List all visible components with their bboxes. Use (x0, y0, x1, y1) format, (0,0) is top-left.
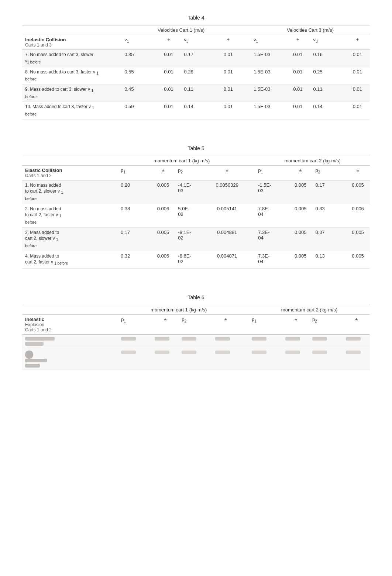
table4-r10-v3b: 0.14 (310, 102, 345, 119)
table5-r1-p2b: 0.17 (313, 180, 346, 204)
table5-r2-p2a: 5.0E-02 (175, 204, 209, 227)
table6-blurred-label1 (22, 334, 118, 348)
table5-r1-p1a: 0.20 (118, 180, 151, 204)
table6-section: Table 6 momentum cart 1 (kg-m/s) momentu… (22, 294, 370, 370)
table5-h-p1b: p1 (255, 165, 289, 180)
table5-r2-pm2a: 0.005141 (209, 204, 245, 227)
table4-r9-v3a: 0.11 (181, 84, 216, 102)
table5-group1-header: momentum cart 1 (kg-m/s) (118, 156, 245, 165)
table5-h-pm2a: ± (209, 165, 245, 180)
table4-r7-pm2a: 0.01 (216, 50, 241, 67)
table4-r9-v1a: 0.45 (121, 84, 156, 102)
table4-r10-v1b: 1.5E-03 (251, 102, 285, 119)
table6-header-line1: Inelastic (25, 317, 115, 322)
table6-blurred-pm4 (343, 334, 370, 348)
table-row: 4. Mass added to cart 2, faster v 1 befo… (22, 251, 370, 268)
table4-row10-label: 10. Mass added to cart 3, faster v 1 bef… (22, 102, 121, 119)
table5-r2-pm1a: 0.006 (151, 204, 175, 227)
table5-r1-pm1b: 0.005 (289, 180, 313, 204)
table4-r8-v3a: 0.28 (181, 67, 216, 84)
table6-h-pm1a: ± (152, 314, 179, 334)
table5-h-pm2b: ± (346, 165, 370, 180)
table4-r7-v3a: 0.17 (181, 50, 216, 67)
table5-r4-pm2a: 0.004871 (209, 251, 245, 268)
table6-blurred-pm2 (212, 334, 239, 348)
table5-header-line2: Carts 1 and 2 (25, 173, 115, 178)
table5-r4-p1a: 0.32 (118, 251, 151, 268)
table5-section: Table 5 momentum cart 1 (kg-m/s) momentu… (22, 145, 370, 269)
table5-r1-pm2a: 0.0050329 (209, 180, 245, 204)
table-row (22, 334, 370, 348)
table4-header-row1: Velocities Cart 1 (m/s) Velocities Cart … (22, 25, 370, 35)
table4-label-header: Inelastic Collision Carts 1 and 3 (22, 35, 121, 50)
table6-header-line3: Carts 1 and 2 (25, 327, 115, 332)
table5-label-header: Elastic Collision Carts 1 and 2 (22, 165, 118, 180)
table6-blurred-v2 (179, 334, 212, 348)
table6-label-header: Inelastic Explosion Carts 1 and 2 (22, 314, 118, 334)
table5-r4-p2b: 0.13 (313, 251, 346, 268)
table6-blurred-v1 (118, 334, 152, 348)
table5-h-p2a: p2 (175, 165, 209, 180)
table5-r3-pm2a: 0.004881 (209, 227, 245, 251)
table4-r7-pm1b: 0.01 (285, 50, 310, 67)
table-row: 8. No mass added to cart 3, faster v 1 b… (22, 67, 370, 84)
table4-r9-v3b: 0.11 (310, 84, 345, 102)
table4-header-row2: Inelastic Collision Carts 1 and 3 v1 ± v… (22, 35, 370, 50)
table5-r4-p1b: 7.3E-04 (255, 251, 289, 268)
table4-r7-v1a: 0.35 (121, 50, 156, 67)
table4-h-v3b: v3 (310, 35, 345, 50)
table4-r7-v3b: 0.16 (310, 50, 345, 67)
table4-r8-pm1b: 0.01 (285, 67, 310, 84)
table5-r1-p1b: -1.5E-03 (255, 180, 289, 204)
table5-r3-pm2b: 0.005 (346, 227, 370, 251)
table4-h-pm2b: ± (345, 35, 370, 50)
table5-h-pm1a: ± (151, 165, 175, 180)
table4-header-line1: Inelastic Collision (25, 37, 118, 42)
table4-r9-pm2a: 0.01 (216, 84, 241, 102)
table5-r2-p1b: 7.8E-04 (255, 204, 289, 227)
table6-h-p1b: p1 (249, 314, 282, 334)
table5-r3-p2a: -8.1E-02 (175, 227, 209, 251)
table5-group2-header: momentum cart 2 (kg-m/s) (255, 156, 370, 165)
table4-h-pm2a: ± (216, 35, 241, 50)
table4-r9-pm1b: 0.01 (285, 84, 310, 102)
table5-r1-pm1a: 0.005 (151, 180, 175, 204)
table4-r10-pm1b: 0.01 (285, 102, 310, 119)
table6-blurred-v4 (309, 334, 343, 348)
table6-blurred-label2 (22, 348, 118, 370)
table5-title: Table 5 (22, 145, 370, 151)
table4-section: Table 4 Velocities Cart 1 (m/s) Velociti… (22, 15, 370, 120)
table5-r2-pm1b: 0.005 (289, 204, 313, 227)
table5-r4-pm1a: 0.006 (151, 251, 175, 268)
table5-row2-label: 2. No mass added to cart 2, faster v 1 b… (22, 204, 118, 227)
table5-header-row1: momentum cart 1 (kg-m/s) momentum cart 2… (22, 156, 370, 165)
table6-blurred-pm3 (282, 334, 309, 348)
table5-header-line1: Elastic Collision (25, 168, 115, 173)
table6-h-p2a: p2 (179, 314, 212, 334)
table4: Velocities Cart 1 (m/s) Velocities Cart … (22, 25, 370, 120)
table5-corner (22, 156, 118, 165)
divider1 (22, 134, 370, 145)
table5-r3-p1b: 7.3E-04 (255, 227, 289, 251)
table6-h-pm1b: ± (282, 314, 309, 334)
table5-r3-p2b: 0.07 (313, 227, 346, 251)
table4-header-line2: Carts 1 and 3 (25, 42, 118, 48)
table4-title: Table 4 (22, 15, 370, 21)
table4-r10-pm2b: 0.01 (345, 102, 370, 119)
table4-r10-pm1a: 0.01 (156, 102, 181, 119)
table5-row3-label: 3. Mass added to cart 2, slower v 1 befo… (22, 227, 118, 251)
table-row: 1. No mass added to cart 2, slower v 1 b… (22, 180, 370, 204)
table4-corner (22, 25, 121, 35)
table5: momentum cart 1 (kg-m/s) momentum cart 2… (22, 156, 370, 269)
table6-blurred-v3 (249, 334, 282, 348)
table6: momentum cart 1 (kg-m/s) momentum cart 2… (22, 305, 370, 370)
table-row: 9. Mass added to cart 3, slower v 1 befo… (22, 84, 370, 102)
table6-blurred-pm1 (152, 334, 179, 348)
table5-r4-p2a: -8.6E-02 (175, 251, 209, 268)
table-row: 7. No mass added to cart 3, slower v1 be… (22, 50, 370, 67)
table5-h-p2b: p2 (313, 165, 346, 180)
table4-r7-pm2b: 0.01 (345, 50, 370, 67)
table5-r4-pm2b: 0.005 (346, 251, 370, 268)
table4-h-pm1b: ± (285, 35, 310, 50)
table6-header-row2: Inelastic Explosion Carts 1 and 2 p1 ± p… (22, 314, 370, 334)
